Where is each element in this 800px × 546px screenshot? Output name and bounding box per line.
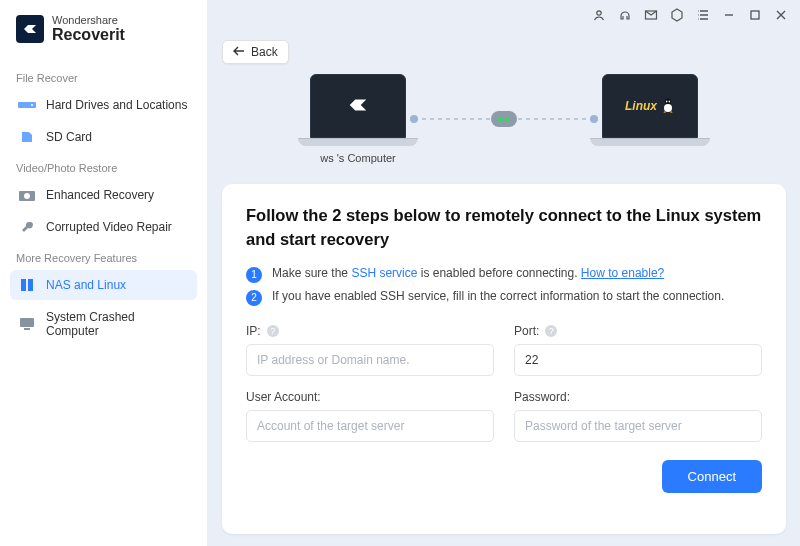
ip-input[interactable]: [246, 344, 494, 376]
how-to-enable-link[interactable]: How to enable?: [581, 266, 664, 280]
sidebar-section-more: More Recovery Features: [10, 244, 197, 268]
connection-form: IP: ? Port: ? User Account: Password:: [246, 324, 762, 442]
tux-icon: [661, 97, 675, 116]
port-field: Port: ?: [514, 324, 762, 376]
svg-rect-6: [28, 279, 33, 291]
main-panel: Back ws 's Computer Linux .: [208, 0, 800, 546]
connection-diagram: ws 's Computer Linux .: [208, 74, 800, 164]
svg-rect-5: [21, 279, 26, 291]
step2-text: If you have enabled SSH service, fill in…: [272, 289, 724, 303]
sidebar-item-corrupted-video[interactable]: Corrupted Video Repair: [10, 212, 197, 242]
svg-marker-13: [350, 99, 367, 110]
headset-icon[interactable]: [618, 8, 632, 22]
step-2: 2 If you have enabled SSH service, fill …: [246, 289, 762, 306]
connection-status-icon: [491, 111, 517, 127]
panel-heading: Follow the 2 steps below to remotely con…: [246, 204, 762, 252]
ip-field: IP: ?: [246, 324, 494, 376]
svg-rect-8: [24, 328, 30, 330]
sidebar: Wondershare Recoverit File Recover Hard …: [0, 0, 208, 546]
svg-rect-1: [18, 102, 36, 108]
sidebar-item-label: Corrupted Video Repair: [46, 220, 172, 234]
local-computer-label: ws 's Computer: [320, 152, 395, 164]
instruction-panel: Follow the 2 steps below to remotely con…: [222, 184, 786, 534]
help-icon[interactable]: ?: [545, 325, 557, 337]
password-input[interactable]: [514, 410, 762, 442]
back-label: Back: [251, 45, 278, 59]
password-field: Password:: [514, 390, 762, 442]
step1-text-mid: is enabled before connecting.: [417, 266, 580, 280]
connection-line: [414, 118, 594, 120]
sidebar-item-sd-card[interactable]: SD Card: [10, 122, 197, 152]
minimize-icon[interactable]: [722, 8, 736, 22]
maximize-icon[interactable]: [748, 8, 762, 22]
svg-rect-12: [751, 11, 759, 19]
titlebar: [592, 8, 788, 22]
sidebar-item-label: SD Card: [46, 130, 92, 144]
logo-mark-icon: [16, 15, 44, 43]
user-field: User Account:: [246, 390, 494, 442]
user-label: User Account:: [246, 390, 494, 404]
step-1: 1 Make sure the SSH service is enabled b…: [246, 266, 762, 283]
brand-line1: Wondershare: [52, 14, 125, 26]
svg-marker-0: [24, 25, 36, 33]
app-logo: Wondershare Recoverit: [10, 14, 197, 44]
connect-button[interactable]: Connect: [662, 460, 762, 493]
sidebar-item-enhanced-recovery[interactable]: Enhanced Recovery: [10, 180, 197, 210]
monitor-icon: [18, 317, 36, 331]
server-icon: [18, 278, 36, 292]
user-input[interactable]: [246, 410, 494, 442]
password-label: Password:: [514, 390, 762, 404]
sidebar-section-video-restore: Video/Photo Restore: [10, 154, 197, 178]
recoverit-logo-icon: [347, 94, 369, 119]
sidebar-item-label: NAS and Linux: [46, 278, 126, 292]
wrench-icon: [18, 220, 36, 234]
port-input[interactable]: [514, 344, 762, 376]
sidebar-item-label: Enhanced Recovery: [46, 188, 154, 202]
back-button[interactable]: Back: [222, 40, 289, 64]
ip-label: IP: ?: [246, 324, 494, 338]
port-label: Port: ?: [514, 324, 762, 338]
step-number-icon: 2: [246, 290, 262, 306]
svg-point-2: [31, 104, 33, 106]
cube-icon[interactable]: [670, 8, 684, 22]
brand-line2: Recoverit: [52, 26, 125, 44]
mail-icon[interactable]: [644, 8, 658, 22]
arrow-left-icon: [233, 45, 245, 59]
hard-drive-icon: [18, 98, 36, 112]
sidebar-section-file-recover: File Recover: [10, 64, 197, 88]
sidebar-item-label: System Crashed Computer: [46, 310, 189, 338]
account-icon[interactable]: [592, 8, 606, 22]
svg-point-16: [666, 100, 667, 102]
linux-computer: Linux .: [590, 74, 710, 164]
local-computer: ws 's Computer: [298, 74, 418, 164]
close-icon[interactable]: [774, 8, 788, 22]
camera-icon: [18, 188, 36, 202]
ssh-service-link[interactable]: SSH service: [351, 266, 417, 280]
sidebar-item-label: Hard Drives and Locations: [46, 98, 187, 112]
svg-point-9: [597, 11, 601, 15]
help-icon[interactable]: ?: [267, 325, 279, 337]
svg-point-4: [24, 193, 30, 199]
step1-text-pre: Make sure the: [272, 266, 351, 280]
list-icon[interactable]: [696, 8, 710, 22]
svg-point-15: [664, 104, 672, 112]
sidebar-item-hard-drives[interactable]: Hard Drives and Locations: [10, 90, 197, 120]
sidebar-item-nas-linux[interactable]: NAS and Linux: [10, 270, 197, 300]
linux-os-label: Linux: [625, 99, 657, 113]
sidebar-item-system-crashed[interactable]: System Crashed Computer: [10, 302, 197, 346]
step-number-icon: 1: [246, 267, 262, 283]
sd-card-icon: [18, 130, 36, 144]
svg-point-17: [669, 100, 670, 102]
svg-rect-7: [20, 318, 34, 327]
